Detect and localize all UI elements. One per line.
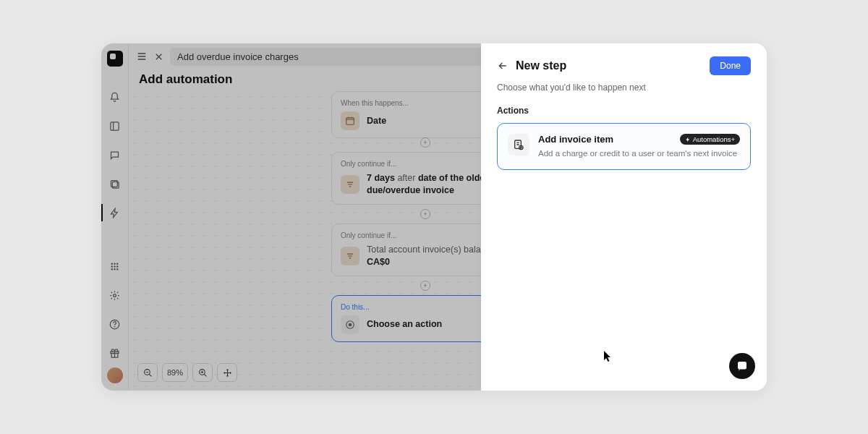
action-icon bbox=[341, 315, 359, 334]
cursor-icon bbox=[604, 351, 613, 365]
chat-launcher[interactable] bbox=[729, 353, 755, 379]
svg-point-7 bbox=[114, 265, 115, 266]
hamburger-icon[interactable] bbox=[136, 51, 148, 62]
add-step-button[interactable]: + bbox=[420, 281, 430, 291]
done-button[interactable]: Done bbox=[710, 56, 751, 75]
move-button[interactable] bbox=[217, 363, 237, 382]
panel-title: New step bbox=[516, 59, 702, 72]
layout-icon[interactable] bbox=[109, 120, 121, 132]
svg-point-12 bbox=[114, 294, 116, 297]
svg-point-6 bbox=[111, 265, 112, 266]
svg-point-10 bbox=[114, 268, 115, 269]
card-text: Choose an action bbox=[367, 318, 442, 331]
back-button[interactable] bbox=[497, 60, 509, 72]
zoom-controls: 89% bbox=[137, 363, 237, 382]
grid-icon[interactable] bbox=[109, 260, 121, 272]
app-window: Add overdue invoice charges Paused Add a… bbox=[101, 43, 767, 391]
zoom-level[interactable]: 89% bbox=[162, 363, 188, 382]
action-description: Add a charge or credit to a user or team… bbox=[538, 148, 740, 159]
svg-rect-0 bbox=[111, 122, 119, 129]
close-icon[interactable] bbox=[153, 51, 164, 62]
action-title: Add invoice item bbox=[538, 134, 613, 145]
gift-icon[interactable] bbox=[109, 347, 121, 359]
automation-icon[interactable] bbox=[109, 207, 121, 218]
stack-icon[interactable] bbox=[109, 178, 121, 190]
svg-point-19 bbox=[349, 323, 352, 326]
breadcrumb-text: Add overdue invoice charges bbox=[177, 51, 299, 62]
zoom-in-button[interactable] bbox=[192, 363, 213, 382]
section-label: Actions bbox=[497, 106, 751, 116]
message-icon[interactable] bbox=[109, 149, 121, 161]
left-sidebar bbox=[101, 43, 129, 391]
calendar-icon bbox=[341, 111, 359, 130]
add-step-button[interactable]: + bbox=[420, 209, 430, 219]
panel-subtitle: Choose what you'd like to happen next bbox=[497, 82, 751, 93]
zoom-out-button[interactable] bbox=[137, 363, 158, 382]
invoice-icon bbox=[508, 134, 529, 156]
plan-badge: Automations+ bbox=[680, 134, 740, 145]
help-icon[interactable] bbox=[109, 318, 121, 330]
svg-rect-17 bbox=[346, 118, 354, 124]
svg-point-14 bbox=[114, 326, 115, 327]
side-panel: New step Done Choose what you'd like to … bbox=[481, 43, 767, 391]
svg-point-9 bbox=[111, 268, 112, 269]
app-logo[interactable] bbox=[107, 51, 123, 67]
bell-icon[interactable] bbox=[109, 91, 121, 103]
svg-point-3 bbox=[111, 263, 112, 264]
svg-point-8 bbox=[117, 265, 118, 266]
avatar[interactable] bbox=[107, 367, 123, 383]
svg-point-5 bbox=[117, 263, 118, 264]
svg-point-4 bbox=[114, 263, 115, 264]
svg-point-11 bbox=[117, 268, 118, 269]
filter-icon bbox=[341, 175, 359, 194]
gear-icon[interactable] bbox=[109, 289, 121, 301]
filter-icon bbox=[341, 247, 359, 265]
svg-rect-24 bbox=[738, 362, 746, 370]
card-text: Date bbox=[367, 115, 386, 127]
action-option-add-invoice-item[interactable]: Add invoice item Automations+ Add a char… bbox=[497, 123, 751, 170]
add-step-button[interactable]: + bbox=[420, 137, 430, 148]
